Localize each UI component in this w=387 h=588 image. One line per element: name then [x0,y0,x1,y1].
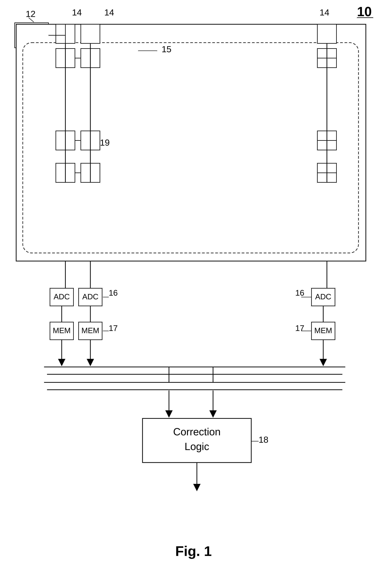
label-17-right: 17 [295,324,304,333]
correction-logic-label-1: Correction [173,426,221,438]
adc-label-3: ADC [315,292,331,301]
arrow-corr-2 [209,410,217,418]
correction-logic-box [142,419,251,462]
adc-label-1: ADC [54,292,70,301]
figure-label: Fig. 1 [175,543,212,559]
label-16-left: 16 [109,288,118,297]
mem-label-2: MEM [81,326,99,335]
arrow-mem2 [87,359,94,366]
diagram-title: 10 [357,4,372,19]
box-top-right-1 [317,24,336,43]
label-14-1: 14 [72,7,82,17]
label-18: 18 [259,435,269,445]
mem-label-3: MEM [314,326,332,335]
arrow-corr-1 [165,410,173,418]
diagram-container: 10 12 V Ref 15 19 14 14 14 [0,0,387,588]
label-16-right: 16 [295,288,304,297]
label-17-left: 17 [109,324,118,333]
label-12: 12 [26,9,36,19]
arrow-mem3 [320,359,327,366]
mem-label-1: MEM [53,326,71,335]
label-15: 15 [162,44,172,54]
label-14-3: 14 [320,7,329,17]
label-19: 19 [100,138,110,147]
label-14-2: 14 [104,7,114,17]
arrow-mem1 [58,359,65,366]
box-top-left-2 [81,24,100,43]
adc-label-2: ADC [82,292,98,301]
output-arrow [193,484,201,491]
correction-logic-label-2: Logic [185,441,209,452]
